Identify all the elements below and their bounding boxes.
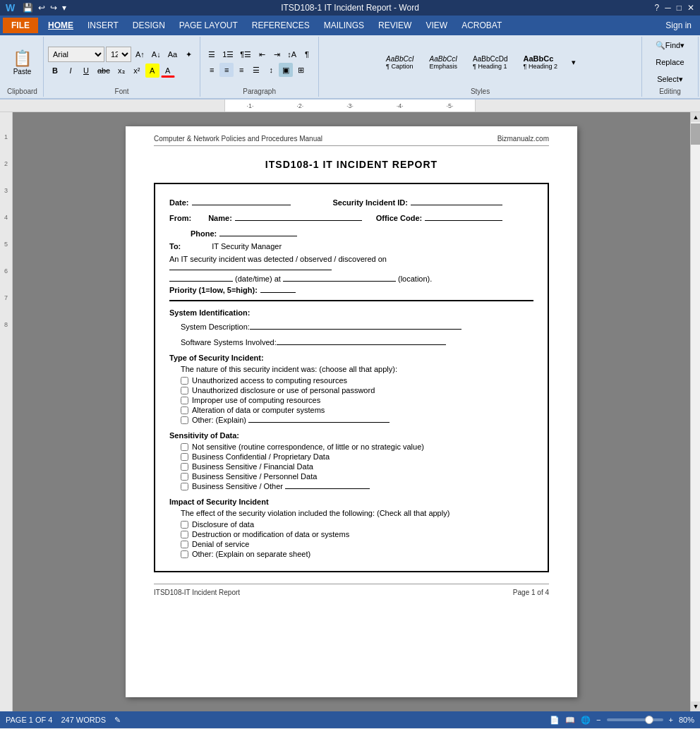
insert-tab[interactable]: INSERT [80, 18, 126, 33]
align-right-btn[interactable]: ≡ [234, 63, 248, 77]
underline-btn[interactable]: U [79, 64, 93, 78]
italic-btn[interactable]: I [64, 64, 78, 78]
close-btn[interactable]: ✕ [687, 3, 694, 13]
text-highlight-btn[interactable]: A [145, 64, 159, 78]
cb-unauthorized-disclosure: Unauthorized disclosure or use of person… [181, 386, 533, 394]
change-case-btn[interactable]: Aa [165, 47, 180, 61]
minimize-btn[interactable]: ─ [665, 3, 671, 13]
justify-btn[interactable]: ☰ [249, 63, 263, 77]
cb-not-sensitive-input[interactable] [181, 443, 188, 451]
cb-alteration-input[interactable] [181, 406, 188, 414]
more-quick-btn[interactable]: ▾ [61, 2, 68, 13]
edit-icon[interactable]: ✎ [114, 716, 121, 725]
find-btn[interactable]: 🔍 Find ▾ [653, 38, 687, 52]
pagelayout-tab[interactable]: PAGE LAYOUT [172, 18, 245, 33]
phone-row: Phone: [191, 227, 533, 238]
view-print-btn[interactable]: 📄 [550, 716, 560, 725]
zoom-in-btn[interactable]: + [669, 716, 673, 724]
increase-indent-btn[interactable]: ⇥ [270, 47, 284, 61]
type-section-title: Type of Security Incident: [169, 354, 533, 362]
superscript-btn[interactable]: x² [130, 64, 144, 78]
cb-business-personnel-input[interactable] [181, 473, 188, 481]
references-tab[interactable]: REFERENCES [245, 18, 317, 33]
decrease-indent-btn[interactable]: ⇤ [255, 47, 269, 61]
scroll-thumb[interactable] [691, 123, 700, 145]
document-area[interactable]: Computer & Network Policies and Procedur… [13, 112, 690, 711]
clear-format-btn[interactable]: ✦ [181, 47, 195, 61]
zoom-value: 80% [679, 716, 694, 724]
line-spacing-btn[interactable]: ↕ [264, 63, 278, 77]
numbering-btn[interactable]: 1☰ [219, 47, 236, 61]
view-web-btn[interactable]: 🌐 [581, 716, 591, 725]
borders-btn[interactable]: ⊞ [294, 63, 308, 77]
style-emphasis[interactable]: AaBbCcI Emphasis [423, 53, 464, 72]
cb-other-impact: Other: (Explain on separate sheet) [181, 550, 533, 558]
restore-btn[interactable]: □ [677, 3, 682, 13]
scrollbar[interactable]: ▲ ▼ [690, 112, 700, 711]
style-heading2[interactable]: AaBbCc ¶ Heading 2 [517, 52, 564, 72]
help-btn[interactable]: ? [655, 3, 660, 13]
home-tab[interactable]: HOME [41, 18, 80, 33]
date-label: Date: [169, 198, 189, 207]
style-heading1[interactable]: AaBbCcDd ¶ Heading 1 [466, 53, 514, 72]
cb-business-financial-input[interactable] [181, 463, 188, 471]
cb-improper-use-input[interactable] [181, 397, 188, 404]
from-row: From: Name: Office Code: [169, 211, 533, 222]
scroll-down-btn[interactable]: ▼ [691, 701, 700, 711]
cb-business-other-input[interactable] [181, 483, 188, 490]
sort-btn[interactable]: ↕A [284, 47, 299, 61]
shading-btn[interactable]: ▣ [279, 63, 293, 77]
paste-button[interactable]: 📋 Paste [7, 44, 38, 80]
select-btn[interactable]: Select ▾ [653, 72, 687, 86]
cb-destruction-input[interactable] [181, 531, 188, 538]
design-tab[interactable]: DESIGN [126, 18, 172, 33]
grow-font-btn[interactable]: A↑ [133, 47, 147, 61]
word-count: 247 WORDS [61, 716, 106, 724]
subscript-btn[interactable]: x₂ [114, 64, 128, 78]
cb-unauthorized-disclosure-input[interactable] [181, 387, 188, 394]
style-caption[interactable]: AaBbCcI ¶ Caption [380, 53, 420, 72]
styles-expand-btn[interactable]: ▾ [567, 55, 581, 69]
font-size-select[interactable]: 12 [106, 47, 131, 62]
zoom-out-btn[interactable]: − [596, 716, 601, 724]
review-tab[interactable]: REVIEW [371, 18, 418, 33]
strikethrough-btn[interactable]: abc [95, 64, 113, 78]
from-label: From: [169, 214, 191, 222]
clipboard-group: 📋 Paste Clipboard [1, 37, 44, 97]
zoom-slider-track[interactable] [607, 718, 663, 721]
align-left-btn[interactable]: ≡ [205, 63, 219, 77]
cb-other-type-input[interactable] [181, 416, 188, 424]
bullets-btn[interactable]: ☰ [205, 47, 219, 61]
sensitivity-section-title: Sensitivity of Data: [169, 431, 533, 440]
editing-group: 🔍 Find ▾ Replace Select ▾ Editing [642, 37, 699, 97]
phone-label: Phone: [191, 229, 217, 238]
title-bar: W 💾 ↩ ↪ ▾ ITSD108-1 IT Incident Report -… [0, 0, 700, 16]
view-read-btn[interactable]: 📖 [565, 716, 575, 725]
cb-business-confidential: Business Confidential / Proprietary Data [181, 452, 533, 461]
align-center-btn[interactable]: ≡ [219, 63, 234, 77]
scroll-up-btn[interactable]: ▲ [691, 112, 700, 122]
font-color-btn[interactable]: A [161, 64, 175, 78]
mailings-tab[interactable]: MAILINGS [317, 18, 371, 33]
cb-disclosure-input[interactable] [181, 521, 188, 529]
cb-other-impact-input[interactable] [181, 550, 188, 558]
show-marks-btn[interactable]: ¶ [300, 47, 314, 61]
save-quick-btn[interactable]: 💾 [21, 2, 35, 13]
font-family-select[interactable]: Arial [48, 47, 104, 62]
cb-unauthorized-access-input[interactable] [181, 377, 188, 385]
cb-denial-input[interactable] [181, 541, 188, 548]
cb-business-confidential-input[interactable] [181, 453, 188, 461]
view-tab[interactable]: VIEW [418, 18, 454, 33]
redo-quick-btn[interactable]: ↪ [49, 2, 59, 13]
bold-btn[interactable]: B [48, 64, 62, 78]
acrobat-tab[interactable]: ACROBAT [454, 18, 509, 33]
system-desc-row: System Description: [181, 320, 533, 331]
file-tab[interactable]: FILE [3, 18, 38, 33]
replace-btn[interactable]: Replace [653, 55, 687, 69]
type-checkboxes: Unauthorized access to computing resourc… [181, 376, 533, 424]
signin[interactable]: Sign in [665, 20, 697, 30]
undo-quick-btn[interactable]: ↩ [37, 2, 47, 13]
styles-label: Styles [471, 86, 490, 95]
shrink-font-btn[interactable]: A↓ [149, 47, 164, 61]
multilevel-btn[interactable]: ¶☰ [237, 47, 254, 61]
